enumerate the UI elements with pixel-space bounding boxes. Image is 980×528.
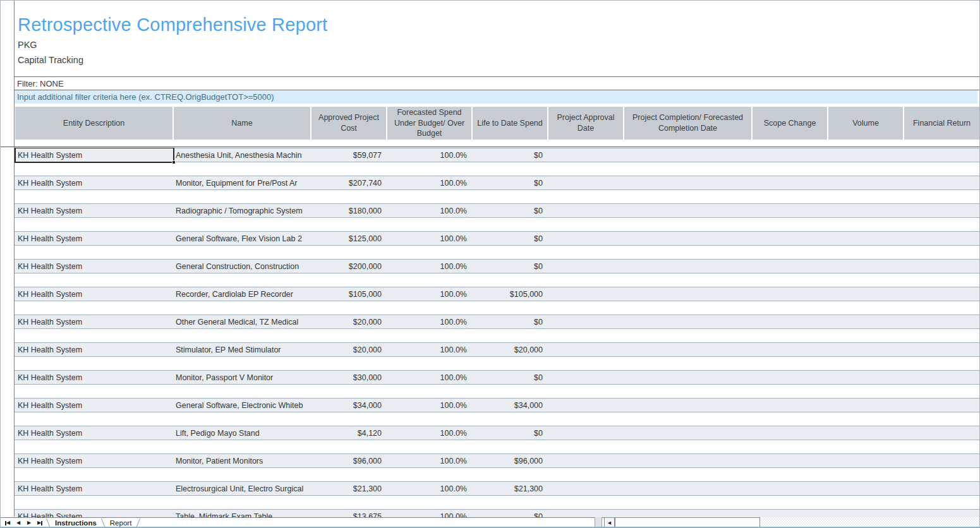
cell-name[interactable]: Stimulator, EP Med Stimulator	[174, 343, 312, 356]
cell-project-completion-date[interactable]	[624, 260, 753, 273]
cell-scope-change[interactable]	[753, 454, 828, 467]
cell-entity-description[interactable]: KH Health System	[15, 232, 174, 245]
cell-name[interactable]: Other General Medical, TZ Medical	[174, 315, 312, 328]
column-header-forecasted-spend[interactable]: Forecasted Spend Under Budget/ Over Budg…	[387, 107, 471, 140]
cell-volume[interactable]	[828, 287, 904, 301]
cell-life-to-date-spend[interactable]: $0	[473, 148, 548, 162]
cell-approved-project-cost[interactable]: $59,077	[312, 148, 387, 162]
cell-volume[interactable]	[828, 482, 904, 495]
cell-name[interactable]: General Software, Electronic Whiteb	[174, 399, 312, 412]
cell-scope-change[interactable]	[753, 287, 828, 301]
cell-volume[interactable]	[828, 148, 904, 162]
cell-name[interactable]: Monitor, Equipment for Pre/Post Ar	[174, 176, 312, 189]
cell-life-to-date-spend[interactable]: $0	[473, 204, 548, 217]
cell-volume[interactable]	[828, 510, 904, 517]
cell-approved-project-cost[interactable]: $21,300	[312, 482, 387, 495]
cell-name[interactable]: Electrosurgical Unit, Electro Surgical	[174, 482, 312, 495]
cell-life-to-date-spend[interactable]: $20,000	[473, 343, 548, 356]
cell-name[interactable]: Monitor, Patient Monitors	[174, 454, 312, 467]
cell-entity-description[interactable]: KH Health System	[15, 343, 174, 356]
cell-entity-description[interactable]: KH Health System	[15, 426, 174, 440]
cell-forecasted-spend[interactable]: 100.0%	[387, 399, 473, 412]
cell-life-to-date-spend[interactable]: $21,300	[473, 482, 548, 495]
cell-life-to-date-spend[interactable]: $34,000	[473, 399, 548, 412]
cell-project-approval-date[interactable]	[548, 510, 624, 517]
cell-project-completion-date[interactable]	[624, 454, 753, 467]
cell-project-completion-date[interactable]	[624, 343, 753, 356]
cell-project-completion-date[interactable]	[624, 232, 753, 245]
column-header-name[interactable]: Name	[174, 107, 310, 140]
cell-financial-return[interactable]	[904, 371, 979, 384]
cell-project-completion-date[interactable]	[624, 176, 753, 189]
cell-financial-return[interactable]	[904, 176, 979, 189]
cell-project-approval-date[interactable]	[548, 204, 624, 217]
cell-approved-project-cost[interactable]: $4,120	[312, 426, 387, 440]
cell-project-completion-date[interactable]	[624, 315, 753, 328]
cell-project-approval-date[interactable]	[548, 426, 624, 440]
cell-project-approval-date[interactable]	[548, 287, 624, 301]
cell-forecasted-spend[interactable]: 100.0%	[387, 343, 473, 356]
cell-forecasted-spend[interactable]: 100.0%	[387, 454, 473, 467]
cell-approved-project-cost[interactable]: $34,000	[312, 399, 387, 412]
next-sheet-button[interactable]: ▶	[25, 519, 33, 528]
cell-scope-change[interactable]	[753, 315, 828, 328]
cell-approved-project-cost[interactable]: $96,000	[312, 454, 387, 467]
cell-entity-description[interactable]: KH Health System	[15, 204, 174, 217]
cell-forecasted-spend[interactable]: 100.0%	[387, 426, 473, 440]
cell-financial-return[interactable]	[904, 482, 979, 495]
prev-sheet-button[interactable]: ◀	[14, 519, 23, 528]
cell-entity-description[interactable]: KH Health System	[15, 315, 174, 328]
column-header-project-completion-date[interactable]: Project Completion/ Forecasted Completio…	[624, 107, 751, 140]
column-header-project-approval-date[interactable]: Project Approval Date	[548, 107, 623, 140]
cell-life-to-date-spend[interactable]: $0	[473, 232, 548, 245]
cell-name[interactable]: Anesthesia Unit, Anesthesia Machin	[174, 148, 312, 162]
cell-entity-description[interactable]: KH Health System	[15, 371, 174, 384]
cell-name[interactable]: Radiographic / Tomographic System	[174, 204, 312, 217]
cell-volume[interactable]	[828, 315, 904, 328]
cell-scope-change[interactable]	[753, 399, 828, 412]
cell-name[interactable]: General Software, Flex Vision Lab 2	[174, 232, 312, 245]
cell-entity-description[interactable]: KH Health System	[15, 510, 174, 517]
cell-entity-description[interactable]: KH Health System	[15, 176, 174, 189]
tab-instructions[interactable]: Instructions	[49, 518, 103, 528]
cell-project-completion-date[interactable]	[624, 287, 753, 301]
cell-volume[interactable]	[828, 176, 904, 189]
tab-report[interactable]: Report	[104, 518, 138, 528]
cell-scope-change[interactable]	[753, 204, 828, 217]
cell-project-approval-date[interactable]	[548, 454, 624, 467]
column-header-life-to-date-spend[interactable]: Life to Date Spend	[473, 107, 547, 140]
cell-financial-return[interactable]	[904, 426, 979, 440]
cell-volume[interactable]	[828, 454, 904, 467]
cell-project-completion-date[interactable]	[624, 148, 753, 162]
cell-financial-return[interactable]	[904, 510, 979, 517]
cell-life-to-date-spend[interactable]: $96,000	[473, 454, 548, 467]
first-sheet-button[interactable]: ◀	[3, 519, 12, 528]
scroll-left-button[interactable]: ◀	[604, 517, 615, 528]
column-header-entity-description[interactable]: Entity Description	[15, 107, 172, 140]
cell-scope-change[interactable]	[753, 426, 828, 440]
cell-name[interactable]: Table, Midmark Exam Table	[174, 510, 312, 517]
cell-scope-change[interactable]	[753, 482, 828, 495]
tab-scroll-splitter[interactable]	[595, 517, 602, 528]
cell-life-to-date-spend[interactable]: $0	[473, 426, 548, 440]
cell-forecasted-spend[interactable]: 100.0%	[387, 371, 473, 384]
cell-volume[interactable]	[828, 343, 904, 356]
cell-project-completion-date[interactable]	[624, 426, 753, 440]
column-header-scope-change[interactable]: Scope Change	[753, 107, 827, 140]
cell-scope-change[interactable]	[753, 148, 828, 162]
cell-name[interactable]: Lift, Pedigo Mayo Stand	[174, 426, 312, 440]
cell-approved-project-cost[interactable]: $125,000	[312, 232, 387, 245]
column-header-financial-return[interactable]: Financial Return	[904, 107, 979, 140]
cell-scope-change[interactable]	[753, 371, 828, 384]
cell-project-approval-date[interactable]	[548, 260, 624, 273]
cell-forecasted-spend[interactable]: 100.0%	[387, 315, 473, 328]
scrollbar-thumb[interactable]	[615, 517, 760, 528]
cell-financial-return[interactable]	[904, 232, 979, 245]
cell-forecasted-spend[interactable]: 100.0%	[387, 260, 473, 273]
cell-entity-description[interactable]: KH Health System	[15, 399, 174, 412]
cell-approved-project-cost[interactable]: $200,000	[312, 260, 387, 273]
cell-name[interactable]: Recorder, Cardiolab EP Recorder	[174, 287, 312, 301]
cell-project-approval-date[interactable]	[548, 148, 624, 162]
cell-approved-project-cost[interactable]: $20,000	[312, 343, 387, 356]
cell-volume[interactable]	[828, 260, 904, 273]
